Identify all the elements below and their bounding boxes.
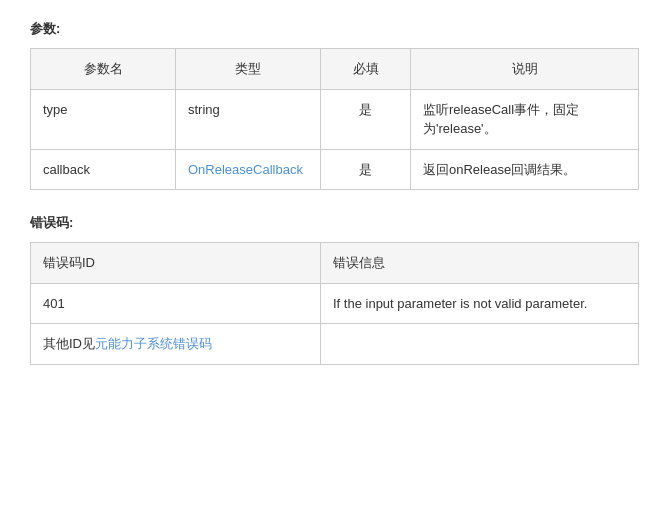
errors-section: 错误码: 错误码ID 错误信息 401 If the input paramet… [30,214,639,365]
error-msg-401: If the input parameter is not valid para… [321,283,639,324]
param-name-callback: callback [31,149,176,190]
params-header-row: 参数名 类型 必填 说明 [31,49,639,90]
on-release-callback-link[interactable]: OnReleaseCallback [188,162,303,177]
table-row: callback OnReleaseCallback 是 返回onRelease… [31,149,639,190]
table-row: 其他ID见元能力子系统错误码 [31,324,639,365]
param-required-type: 是 [321,89,411,149]
col-header-required: 必填 [321,49,411,90]
table-row: 401 If the input parameter is not valid … [31,283,639,324]
errors-title: 错误码: [30,214,639,232]
error-id-401: 401 [31,283,321,324]
col-header-type: 类型 [176,49,321,90]
col-header-error-id: 错误码ID [31,243,321,284]
param-desc-type: 监听releaseCall事件，固定为'release'。 [411,89,639,149]
param-required-callback: 是 [321,149,411,190]
param-type-callback: OnReleaseCallback [176,149,321,190]
col-header-desc: 说明 [411,49,639,90]
params-title: 参数: [30,20,639,38]
param-desc-callback: 返回onRelease回调结果。 [411,149,639,190]
errors-header-row: 错误码ID 错误信息 [31,243,639,284]
col-header-name: 参数名 [31,49,176,90]
system-error-code-link[interactable]: 元能力子系统错误码 [95,336,212,351]
params-section: 参数: 参数名 类型 必填 说明 type string 是 监听release… [30,20,639,190]
table-row: type string 是 监听releaseCall事件，固定为'releas… [31,89,639,149]
error-id-other: 其他ID见元能力子系统错误码 [31,324,321,365]
params-table: 参数名 类型 必填 说明 type string 是 监听releaseCall… [30,48,639,190]
errors-table: 错误码ID 错误信息 401 If the input parameter is… [30,242,639,365]
error-msg-other [321,324,639,365]
param-name-type: type [31,89,176,149]
col-header-error-msg: 错误信息 [321,243,639,284]
param-type-type: string [176,89,321,149]
